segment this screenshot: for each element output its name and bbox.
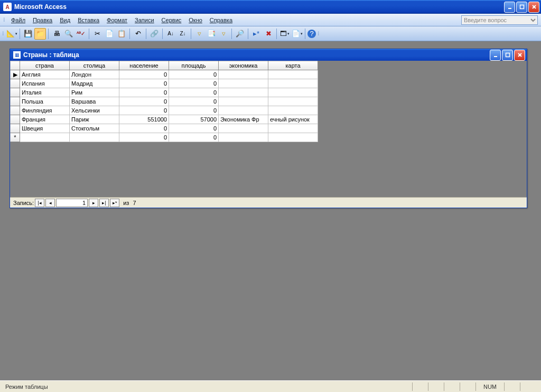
cell[interactable] — [219, 79, 268, 88]
recnav-new-button[interactable]: ▸* — [110, 199, 119, 207]
menu-service[interactable]: Сервис — [158, 15, 185, 25]
open-button[interactable]: 📁 — [34, 28, 46, 40]
cell[interactable]: 0 — [119, 88, 169, 97]
child-maximize-button[interactable] — [502, 50, 513, 61]
help-search-select[interactable]: Введите вопрос — [461, 15, 538, 25]
print-button[interactable]: 🖶 — [51, 28, 62, 40]
paste-button[interactable]: 📋 — [116, 28, 127, 40]
cell[interactable]: Варшава — [70, 97, 119, 106]
cell[interactable] — [219, 133, 268, 142]
new-object-button[interactable]: 📄 — [291, 28, 303, 40]
cell[interactable]: Париж — [70, 115, 119, 124]
cell[interactable]: Франция — [20, 115, 70, 124]
menu-insert[interactable]: Вставка — [74, 15, 103, 25]
cell[interactable] — [268, 70, 318, 79]
row-selector[interactable] — [11, 79, 20, 88]
menu-window[interactable]: Окно — [185, 15, 206, 25]
cell[interactable]: 0 — [119, 124, 169, 133]
cell[interactable]: Рим — [70, 88, 119, 97]
datasheet[interactable]: странастолицанаселениеплощадьэкономикака… — [10, 61, 318, 142]
sort-asc-button[interactable]: A↓ — [165, 28, 176, 40]
row-selector[interactable] — [11, 106, 20, 115]
recnav-last-button[interactable]: ▸| — [99, 199, 109, 207]
column-header[interactable]: столица — [70, 61, 119, 70]
cell[interactable]: Финляндия — [20, 106, 70, 115]
cell[interactable] — [268, 97, 318, 106]
close-button[interactable] — [528, 2, 539, 13]
cell[interactable]: Швеция — [20, 124, 70, 133]
row-selector[interactable] — [11, 97, 20, 106]
menu-format[interactable]: Формат — [103, 15, 131, 25]
column-header[interactable]: страна — [20, 61, 70, 70]
menu-file[interactable]: Файл — [7, 15, 29, 25]
child-close-button[interactable] — [514, 50, 525, 61]
delete-record-button[interactable]: ✖ — [263, 28, 274, 40]
select-all-corner[interactable] — [11, 61, 20, 70]
cell[interactable]: 0 — [119, 97, 169, 106]
view-button[interactable]: 📐 — [6, 28, 17, 40]
cell[interactable]: Польша — [20, 97, 70, 106]
cell[interactable] — [268, 106, 318, 115]
cell[interactable]: 0 — [119, 79, 169, 88]
menu-records[interactable]: Записи — [131, 15, 158, 25]
filter-form-button[interactable]: 📑 — [206, 28, 217, 40]
cell[interactable]: Лондон — [70, 70, 119, 79]
cell[interactable]: 0 — [169, 106, 219, 115]
cell[interactable] — [219, 106, 268, 115]
row-selector[interactable]: * — [11, 133, 20, 142]
maximize-button[interactable] — [516, 2, 527, 13]
cell[interactable]: 0 — [119, 106, 169, 115]
recnav-first-button[interactable]: |◂ — [35, 199, 44, 207]
row-selector[interactable]: ▶ — [11, 70, 20, 79]
cell[interactable]: ечный рисунок — [268, 115, 318, 124]
copy-button[interactable]: 📄 — [104, 28, 115, 40]
cell[interactable]: 57000 — [169, 115, 219, 124]
cell[interactable] — [268, 88, 318, 97]
cell[interactable]: Мадрид — [70, 79, 119, 88]
database-window-button[interactable]: 🗔 — [279, 28, 291, 40]
new-record-button[interactable]: ▸* — [250, 28, 262, 40]
cell[interactable] — [219, 70, 268, 79]
cell[interactable]: 0 — [169, 133, 219, 142]
column-header[interactable]: площадь — [169, 61, 219, 70]
minimize-button[interactable] — [504, 2, 515, 13]
spellcheck-button[interactable]: ᴬᴮ✓ — [75, 28, 87, 40]
cell[interactable]: Италия — [20, 88, 70, 97]
hyperlink-button[interactable]: 🔗 — [148, 28, 160, 40]
recnav-next-button[interactable]: ▸ — [89, 199, 98, 207]
column-header[interactable]: население — [119, 61, 169, 70]
find-button[interactable]: 🔎 — [234, 28, 246, 40]
recnav-prev-button[interactable]: ◂ — [45, 199, 55, 207]
help-button[interactable]: ? — [307, 30, 316, 38]
column-header[interactable]: экономика — [219, 61, 268, 70]
print-preview-button[interactable]: 🔍 — [63, 28, 74, 40]
row-selector[interactable] — [11, 88, 20, 97]
menu-help[interactable]: Справка — [206, 15, 236, 25]
help-search[interactable]: Введите вопрос — [461, 15, 538, 25]
cell[interactable] — [219, 97, 268, 106]
cell[interactable]: Испания — [20, 79, 70, 88]
cell[interactable] — [268, 133, 318, 142]
menu-edit[interactable]: Правка — [29, 15, 56, 25]
recnav-current-input[interactable] — [56, 199, 88, 207]
cell[interactable]: 0 — [169, 124, 219, 133]
cell[interactable]: Стокгольм — [70, 124, 119, 133]
cell[interactable]: 0 — [119, 70, 169, 79]
cell[interactable] — [70, 133, 119, 142]
menu-view[interactable]: Вид — [56, 15, 74, 25]
cell[interactable]: Хельсинки — [70, 106, 119, 115]
undo-button[interactable]: ↶ — [132, 28, 144, 40]
cell[interactable]: Экономика Фр — [219, 115, 268, 124]
cell[interactable] — [219, 124, 268, 133]
cell[interactable]: 0 — [169, 97, 219, 106]
cell[interactable]: 0 — [169, 88, 219, 97]
cell[interactable] — [219, 88, 268, 97]
cell[interactable] — [268, 124, 318, 133]
row-selector[interactable] — [11, 115, 20, 124]
cell[interactable]: 0 — [119, 133, 169, 142]
child-minimize-button[interactable] — [490, 50, 501, 61]
column-header[interactable]: карта — [268, 61, 318, 70]
save-button[interactable]: 💾 — [22, 28, 34, 40]
cell[interactable] — [20, 133, 70, 142]
cut-button[interactable]: ✂ — [91, 28, 103, 40]
